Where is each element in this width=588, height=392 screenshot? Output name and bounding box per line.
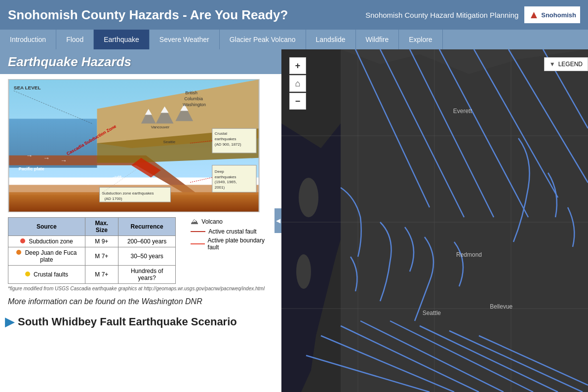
max-size-cell: M 7+ bbox=[85, 247, 118, 266]
svg-text:Subduction zone earthquakes: Subduction zone earthquakes bbox=[102, 191, 154, 196]
col-max-size: Max. Size bbox=[85, 218, 118, 236]
map-panel: + ⌂ − ▼ LEGEND EverettRedmondBellevueSea… bbox=[281, 49, 588, 392]
section-arrow-icon: ▶ bbox=[5, 315, 14, 329]
svg-text:Crustal: Crustal bbox=[215, 131, 227, 136]
earthquake-table: Source Max. Size Recurrence Subduction z… bbox=[8, 217, 176, 284]
legend-label: LEGEND bbox=[558, 61, 583, 68]
zoom-home-button[interactable]: ⌂ bbox=[289, 75, 306, 92]
header-right: Snohomish County Hazard Mitigation Plann… bbox=[365, 6, 580, 23]
svg-text:earthquakes: earthquakes bbox=[215, 175, 236, 179]
app-title: Snohomish County Hazards - Are You Ready… bbox=[8, 7, 288, 23]
legend-panel[interactable]: ▼ LEGEND bbox=[544, 57, 588, 71]
logo-text: Snohomish bbox=[541, 11, 576, 19]
svg-text:→: → bbox=[60, 157, 67, 164]
volcano-icon: ⛰ bbox=[191, 217, 198, 226]
svg-text:Seattle: Seattle bbox=[163, 140, 176, 144]
app-header: Snohomish County Hazards - Are You Ready… bbox=[0, 0, 588, 30]
source-cell: Deep Juan de Fuca plate bbox=[8, 247, 85, 266]
map-canvas[interactable]: + ⌂ − ▼ LEGEND EverettRedmondBellevueSea… bbox=[281, 49, 588, 392]
svg-text:Vancouver: Vancouver bbox=[151, 125, 170, 129]
footnote: *figure modified from USGS Cascadia eart… bbox=[0, 284, 281, 293]
source-cell: Crustal faults bbox=[8, 266, 85, 284]
svg-text:earthquakes: earthquakes bbox=[215, 137, 236, 141]
svg-point-46 bbox=[296, 254, 311, 289]
legend-active-crustal: Active crustal fault bbox=[191, 228, 274, 235]
diagram-area: Cascadia Subduction Zone SEA LEVEL Briti… bbox=[0, 74, 281, 217]
legend-active-plate: Active plate boundary fault bbox=[191, 237, 274, 251]
source-cell: Subduction zone bbox=[8, 236, 85, 247]
recurrence-cell: 200–600 years bbox=[118, 236, 175, 247]
nav-bar: IntroductionFloodEarthquakeSevere Weathe… bbox=[0, 30, 588, 49]
svg-text:SEA LEVEL: SEA LEVEL bbox=[14, 85, 41, 90]
section-title: Earthquake Hazards bbox=[8, 54, 131, 70]
legend-active-plate-label: Active plate boundary fault bbox=[208, 237, 274, 251]
south-whidbey-title: South Whidbey Fault Earthquake Scenario bbox=[18, 315, 237, 328]
table-row: Subduction zone M 9+ 200–600 years bbox=[8, 236, 176, 247]
nav-tab-explore[interactable]: Explore bbox=[399, 30, 442, 49]
col-recurrence: Recurrence bbox=[118, 218, 175, 236]
active-plate-icon bbox=[191, 243, 204, 244]
header-subtitle: Snohomish County Hazard Mitigation Plann… bbox=[365, 11, 518, 19]
zoom-out-button[interactable]: − bbox=[289, 93, 306, 110]
svg-text:2001): 2001) bbox=[215, 185, 225, 190]
legend-volcano-label: Volcano bbox=[201, 218, 223, 225]
svg-point-45 bbox=[299, 178, 318, 217]
nav-tab-severe-weather[interactable]: Severe Weather bbox=[150, 30, 220, 49]
col-source: Source bbox=[8, 218, 85, 236]
nav-tab-glacier-peak-volcano[interactable]: Glacier Peak Volcano bbox=[220, 30, 306, 49]
nav-tab-introduction[interactable]: Introduction bbox=[0, 30, 56, 49]
svg-text:(1949, 1965,: (1949, 1965, bbox=[215, 180, 237, 184]
zoom-in-button[interactable]: + bbox=[289, 57, 306, 74]
svg-text:Washington: Washington bbox=[183, 102, 206, 107]
max-size-cell: M 7+ bbox=[85, 266, 118, 284]
legend-chevron-icon: ▼ bbox=[549, 61, 555, 68]
left-panel: Earthquake Hazards bbox=[0, 49, 281, 392]
logo-icon: ▲ bbox=[528, 8, 539, 21]
svg-text:(AD 1700): (AD 1700) bbox=[104, 196, 122, 201]
nav-tab-flood[interactable]: Flood bbox=[56, 30, 94, 49]
active-crustal-icon bbox=[191, 231, 205, 232]
svg-line-34 bbox=[190, 178, 212, 183]
south-whidbey-section: ▶ South Whidbey Fault Earthquake Scenari… bbox=[0, 310, 281, 334]
svg-text:→: → bbox=[26, 152, 33, 159]
map-controls: + ⌂ − bbox=[289, 57, 306, 110]
section-title-bar: Earthquake Hazards bbox=[0, 49, 281, 74]
nav-tab-landslide[interactable]: Landslide bbox=[306, 30, 356, 49]
svg-text:Deep: Deep bbox=[215, 169, 225, 174]
svg-text:Columbia: Columbia bbox=[184, 96, 203, 101]
collapse-handle[interactable]: ◀ bbox=[274, 208, 281, 233]
eq-legend: ⛰ Volcano Active crustal fault Active pl… bbox=[191, 217, 274, 251]
svg-text:(AD 900, 1872): (AD 900, 1872) bbox=[215, 142, 241, 147]
legend-volcano: ⛰ Volcano bbox=[191, 217, 274, 226]
nav-tab-earthquake[interactable]: Earthquake bbox=[94, 30, 150, 49]
table-row: Crustal faults M 7+ Hundreds of years? bbox=[8, 266, 176, 284]
logo-box: ▲ Snohomish bbox=[524, 6, 580, 23]
svg-text:→: → bbox=[43, 154, 50, 162]
nav-tab-wildfire[interactable]: Wildfire bbox=[356, 30, 399, 49]
earthquake-diagram: Cascadia Subduction Zone SEA LEVEL Briti… bbox=[8, 79, 260, 212]
content-area: Earthquake Hazards bbox=[0, 49, 588, 392]
svg-text:Pacific plate: Pacific plate bbox=[19, 166, 44, 171]
recurrence-cell: Hundreds of years? bbox=[118, 266, 175, 284]
max-size-cell: M 9+ bbox=[85, 236, 118, 247]
table-legend-row: Source Max. Size Recurrence Subduction z… bbox=[0, 217, 281, 284]
recurrence-cell: 30–50 years bbox=[118, 247, 175, 266]
table-row: Deep Juan de Fuca plate M 7+ 30–50 years bbox=[8, 247, 176, 266]
svg-marker-48 bbox=[341, 49, 588, 392]
legend-active-crustal-label: Active crustal fault bbox=[208, 228, 256, 235]
svg-text:British: British bbox=[185, 90, 197, 95]
more-info: More information can be found on the Was… bbox=[0, 293, 281, 310]
